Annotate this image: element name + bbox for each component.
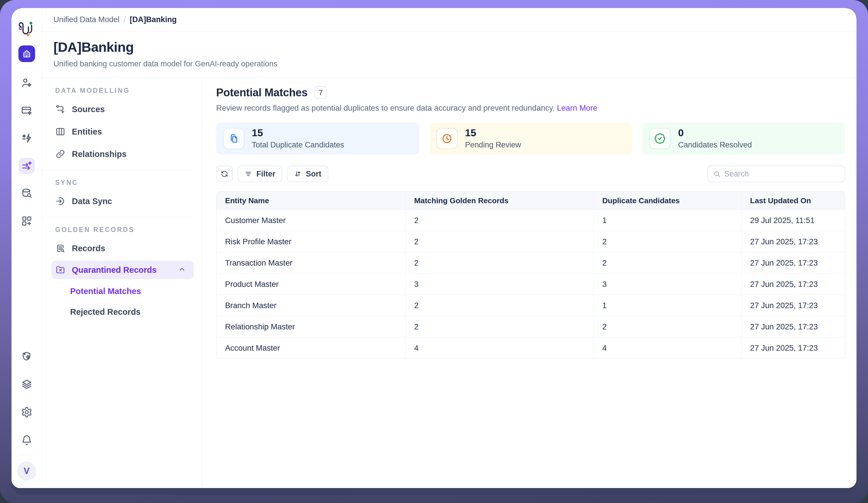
grid-plus-icon [21,215,32,227]
columns-icon [55,126,65,137]
stat-label: Pending Review [465,141,521,150]
cell-matching-golden-records: 2 [405,253,594,274]
home-icon [22,49,32,59]
cell-last-updated: 27 Jun 2025, 17:23 [742,253,845,274]
search-icon [713,170,721,178]
icon-rail: V [11,8,42,488]
cell-entity-name: Relationship Master [216,316,405,337]
app-logo [18,21,35,37]
rail-divider [19,455,35,455]
section-label-sync: SYNC [55,179,202,186]
rail-settings-button[interactable] [19,404,35,420]
cell-last-updated: 27 Jun 2025, 17:23 [742,231,845,253]
breadcrumb-current: [DA]Banking [130,15,177,24]
stat-card-pending-review: 15 Pending Review [430,122,632,155]
sidebar-subitem-potential-matches[interactable]: Potential Matches [42,281,202,301]
collapse-toggle[interactable] [178,265,186,275]
app-surface: V Unified Data Model / [DA]Banking [DA]B… [11,8,857,488]
sidebar-item-sources[interactable]: Sources [42,98,202,121]
sidebar-item-relationships[interactable]: Relationships [42,143,202,165]
learn-more-link[interactable]: Learn More [557,103,598,112]
filter-label: Filter [256,170,275,178]
sidebar-subitem-rejected-records[interactable]: Rejected Records [42,301,202,322]
table-row[interactable]: Customer Master 2 1 29 Jul 2025, 11:51 [216,210,845,231]
table-header-row: Entity Name Matching Golden Records Dupl… [216,192,845,210]
cell-entity-name: Product Master [216,274,405,295]
cell-matching-golden-records: 3 [405,274,594,295]
card-sparkle-icon [21,105,32,116]
refresh-icon [220,170,228,178]
breadcrumb-root[interactable]: Unified Data Model [53,15,120,24]
table-row[interactable]: Transaction Master 2 2 27 Jun 2025, 17:2… [216,253,845,274]
cell-last-updated: 27 Jun 2025, 17:23 [742,316,845,337]
page-title: [DA]Banking [53,39,857,55]
sidebar-item-label: Data Sync [72,197,112,206]
home-button[interactable] [18,45,35,62]
column-header-entity-name: Entity Name [216,192,405,210]
cell-matching-golden-records: 2 [405,295,594,316]
sidebar-divider [42,170,194,170]
sort-label: Sort [306,170,321,178]
table-row[interactable]: Risk Profile Master 2 2 27 Jun 2025, 17:… [216,231,845,253]
cell-duplicate-candidates: 2 [593,253,741,274]
column-header-duplicate-candidates: Duplicate Candidates [593,192,741,210]
stat-value: 15 [465,127,521,138]
cell-matching-golden-records: 2 [405,210,594,231]
rail-user-sparkle-button[interactable] [19,75,35,91]
table-row[interactable]: Account Master 4 4 27 Jun 2025, 17:23 [216,337,845,359]
section-heading: Potential Matches [216,86,308,99]
refresh-button[interactable] [216,166,233,182]
rail-card-sparkle-button[interactable] [19,103,35,119]
folder-x-icon [55,265,65,275]
main-content: Potential Matches 7 Review records flagg… [202,78,857,488]
table-row[interactable]: Product Master 3 3 27 Jun 2025, 17:23 [216,274,845,295]
badge-check-icon [654,133,666,144]
cell-entity-name: Customer Master [216,210,405,231]
user-sparkle-icon [21,77,32,89]
section-label-golden-records: GOLDEN RECORDS [55,226,202,234]
potential-matches-table: Entity Name Matching Golden Records Dupl… [216,192,845,359]
chevron-up-icon [178,265,186,274]
stat-card-total-duplicates: 15 Total Duplicate Candidates [216,122,419,155]
sidebar-item-label: Records [72,244,105,253]
sidebar-item-data-sync[interactable]: Data Sync [42,190,202,213]
table-row[interactable]: Relationship Master 2 2 27 Jun 2025, 17:… [216,316,845,337]
cell-entity-name: Account Master [216,337,405,359]
stat-value: 15 [252,127,344,138]
cell-entity-name: Risk Profile Master [216,231,405,253]
cell-duplicate-candidates: 4 [593,337,741,359]
filter-button[interactable]: Filter [237,166,282,182]
rail-flow-arrows-button[interactable] [19,158,35,174]
cell-matching-golden-records: 2 [405,316,594,337]
rail-sparkle-zap-button[interactable] [19,130,35,146]
waypoints-icon [55,104,65,114]
side-navigation: DATA MODELLING Sources Entities [42,78,202,488]
clock-icon [441,133,453,144]
table-toolbar: Filter Sort [216,166,845,182]
cell-entity-name: Transaction Master [216,253,405,274]
sync-arrow-icon [55,196,65,206]
sidebar-item-records[interactable]: Records [42,237,202,259]
column-header-matching-golden-records: Matching Golden Records [405,192,594,210]
stat-card-candidates-resolved: 0 Candidates Resolved [642,122,845,155]
cell-last-updated: 29 Jul 2025, 11:51 [742,210,845,231]
sort-button[interactable]: Sort [287,166,328,182]
rail-database-search-button[interactable] [19,185,35,202]
sidebar-item-quarantined-records[interactable]: Quarantined Records [51,261,194,279]
rail-divider [19,68,35,68]
cell-last-updated: 27 Jun 2025, 17:23 [742,337,845,359]
table-row[interactable]: Branch Master 2 1 27 Jun 2025, 17:23 [216,295,845,316]
user-avatar[interactable]: V [17,462,36,481]
cell-entity-name: Branch Master [216,295,405,316]
link-icon [55,149,65,159]
rail-shield-sparkle-button[interactable] [19,348,35,365]
filter-lines-icon [244,170,252,178]
sidebar-item-entities[interactable]: Entities [42,121,202,143]
section-heading-row: Potential Matches 7 [216,86,845,99]
section-description: Review records flagged as potential dupl… [216,103,845,113]
cell-duplicate-candidates: 1 [593,210,741,231]
rail-layers-button[interactable] [19,376,35,392]
rail-notifications-button[interactable] [19,432,35,448]
search-input[interactable] [724,170,839,178]
rail-grid-plus-button[interactable] [19,213,35,229]
